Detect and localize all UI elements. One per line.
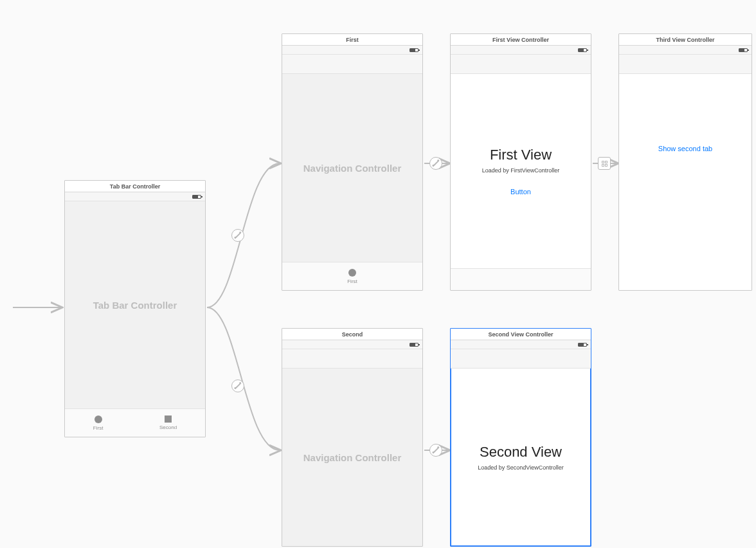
status-bar — [282, 46, 422, 55]
scene-second-vc[interactable]: Second View Controller Second View Loade… — [450, 328, 591, 547]
status-bar — [619, 46, 752, 55]
scene-title: Second View Controller — [451, 329, 591, 340]
status-bar — [451, 46, 591, 55]
scene-body: Navigation Controller — [282, 369, 422, 546]
status-bar — [451, 340, 591, 349]
view-subtitle: Loaded by SecondViewController — [478, 464, 563, 471]
battery-icon — [739, 48, 748, 52]
scene-nav-first[interactable]: First Navigation Controller First — [282, 33, 423, 291]
tab-item-first[interactable]: First — [347, 269, 357, 284]
placeholder-label: Navigation Controller — [303, 452, 402, 463]
circle-icon — [94, 416, 102, 423]
scene-title: Third View Controller — [619, 34, 752, 46]
tab-item-first[interactable]: First — [93, 416, 104, 431]
battery-icon — [192, 195, 201, 199]
segue-show-icon[interactable] — [598, 157, 611, 170]
circle-icon — [348, 269, 356, 277]
navigation-bar — [282, 55, 422, 74]
scene-title: Second — [282, 329, 422, 340]
tab-label: Second — [159, 425, 177, 430]
view-subtitle: Loaded by FirstViewController — [482, 167, 559, 174]
tab-bar: First Second — [65, 408, 205, 437]
scene-tab-bar-controller[interactable]: Tab Bar Controller Tab Bar Controller Fi… — [64, 180, 206, 437]
scene-first-vc[interactable]: First View Controller First View Loaded … — [450, 33, 591, 291]
toolbar-area — [451, 268, 591, 290]
tab-label: First — [347, 279, 357, 284]
scene-body: Second View Loaded by SecondViewControll… — [451, 369, 591, 546]
battery-icon — [578, 48, 587, 52]
scene-body: First View Loaded by FirstViewController… — [451, 74, 591, 268]
navigation-bar — [451, 55, 591, 74]
placeholder-label: Tab Bar Controller — [93, 300, 177, 311]
status-bar — [65, 192, 205, 201]
storyboard-canvas[interactable]: Tab Bar Controller Tab Bar Controller Fi… — [0, 0, 756, 548]
view-heading: Second View — [480, 444, 562, 461]
square-icon — [165, 416, 172, 423]
scene-body: Navigation Controller — [282, 74, 422, 262]
show-second-tab-button[interactable]: Show second tab — [658, 145, 712, 152]
segue-relationship-icon[interactable] — [231, 229, 244, 242]
navigation-bar — [282, 349, 422, 369]
button[interactable]: Button — [510, 188, 531, 196]
placeholder-label: Navigation Controller — [303, 163, 402, 174]
tab-label: First — [93, 425, 104, 431]
battery-icon — [410, 48, 419, 52]
navigation-bar — [619, 55, 752, 74]
segue-root-icon[interactable] — [429, 157, 442, 170]
segue-relationship-icon[interactable] — [231, 379, 244, 392]
scene-title: First View Controller — [451, 34, 591, 46]
view-heading: First View — [490, 147, 552, 163]
tab-item-second[interactable]: Second — [159, 416, 177, 430]
status-bar — [282, 340, 422, 349]
scene-title: Tab Bar Controller — [65, 181, 205, 192]
scene-body: Show second tab — [619, 74, 752, 290]
scene-body: Tab Bar Controller — [65, 201, 205, 408]
segue-root-icon[interactable] — [429, 444, 442, 457]
navigation-bar — [451, 349, 591, 369]
battery-icon — [578, 343, 587, 347]
tab-bar: First — [282, 262, 422, 290]
battery-icon — [410, 343, 419, 347]
scene-third-vc[interactable]: Third View Controller Show second tab — [618, 33, 752, 291]
scene-nav-second[interactable]: Second Navigation Controller — [282, 328, 423, 547]
scene-title: First — [282, 34, 422, 46]
